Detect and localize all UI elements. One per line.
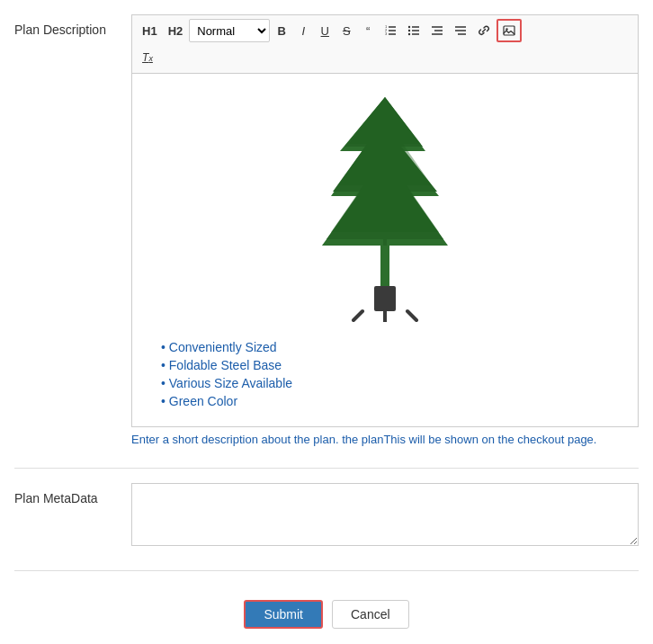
svg-point-10 xyxy=(408,30,410,31)
italic-button[interactable]: I xyxy=(293,19,313,42)
footer-divider xyxy=(14,570,639,571)
link-button[interactable] xyxy=(473,19,495,42)
list-item: Various Size Available xyxy=(161,376,623,390)
editor-content-area[interactable]: Conveniently Sized Foldable Steel Base V… xyxy=(131,73,639,427)
svg-rect-21 xyxy=(374,286,396,311)
h2-button[interactable]: H2 xyxy=(164,19,188,42)
list-item: Conveniently Sized xyxy=(161,340,623,354)
clear-format-button[interactable]: Tx xyxy=(138,46,157,69)
outdent-button[interactable] xyxy=(450,19,471,42)
svg-point-11 xyxy=(408,33,410,35)
format-select[interactable]: Normal Heading 1 Heading 2 Heading 3 xyxy=(189,19,270,42)
help-text: Enter a short description about the plan… xyxy=(131,433,639,446)
cancel-button[interactable]: Cancel xyxy=(332,600,409,629)
metadata-input[interactable] xyxy=(131,483,639,546)
ordered-list-button[interactable]: 1 2 3 xyxy=(380,19,401,42)
tree-image-container xyxy=(147,88,623,322)
plan-metadata-label: Plan MetaData xyxy=(14,483,131,508)
indent-button[interactable] xyxy=(426,19,448,42)
svg-rect-18 xyxy=(504,26,514,35)
svg-line-23 xyxy=(407,311,416,320)
section-divider xyxy=(14,468,639,469)
plan-description-row: Plan Description H1 H2 Normal Heading 1 … xyxy=(14,14,639,446)
svg-line-22 xyxy=(353,311,362,320)
plan-description-label: Plan Description xyxy=(14,14,131,40)
svg-point-19 xyxy=(506,28,508,30)
underline-button[interactable]: U xyxy=(315,19,335,42)
svg-point-9 xyxy=(408,26,410,28)
form-buttons: Submit Cancel xyxy=(14,586,639,643)
plan-description-field: H1 H2 Normal Heading 1 Heading 2 Heading… xyxy=(131,14,639,446)
svg-text:3: 3 xyxy=(385,31,388,36)
editor-toolbar: H1 H2 Normal Heading 1 Heading 2 Heading… xyxy=(131,14,639,73)
h1-button[interactable]: H1 xyxy=(138,19,162,42)
feature-list: Conveniently Sized Foldable Steel Base V… xyxy=(161,340,623,408)
bold-button[interactable]: B xyxy=(272,19,291,42)
image-button[interactable] xyxy=(496,19,522,42)
submit-button[interactable]: Submit xyxy=(244,600,323,629)
quote-button[interactable]: “ xyxy=(358,19,378,42)
list-item: Foldable Steel Base xyxy=(161,358,623,372)
list-item: Green Color xyxy=(161,394,623,408)
svg-marker-26 xyxy=(331,97,439,239)
unordered-list-button[interactable] xyxy=(403,19,425,42)
plan-metadata-field xyxy=(131,483,639,549)
plan-metadata-row: Plan MetaData xyxy=(14,483,639,549)
strikethrough-button[interactable]: S xyxy=(336,19,356,42)
